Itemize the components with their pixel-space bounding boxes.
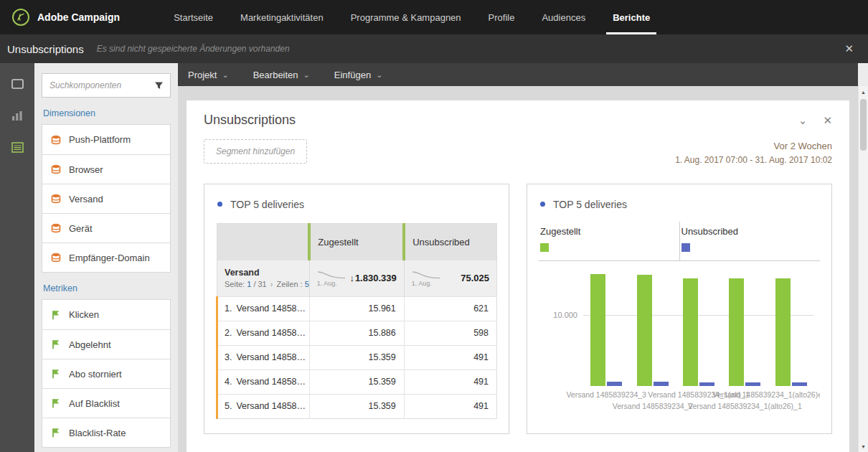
bar-zugestellt[interactable]	[775, 278, 791, 386]
dimension-icon	[51, 194, 61, 204]
nav-item-marketingaktivitäten[interactable]: Marketingaktivitäten	[227, 0, 337, 34]
panel-header: Unsubscriptions ⌄ ✕	[187, 100, 849, 133]
delivery-label: Versand 14858…	[236, 401, 306, 411]
sidebar-item-versand[interactable]: Versand	[42, 184, 170, 213]
bar-unsubscribed[interactable]	[607, 382, 622, 386]
card-title-row: TOP 5 deliveries	[216, 196, 497, 213]
vertical-scrollbar[interactable]: ▲ ▼	[858, 86, 868, 452]
workspace: DimensionenPush-PlattformBrowserVersandG…	[0, 63, 868, 452]
adobe-campaign-logo-icon	[11, 8, 30, 27]
pages-icon[interactable]	[10, 77, 24, 90]
card-title: TOP 5 deliveries	[553, 199, 627, 210]
delivery-name-cell[interactable]: 1.Versand 14858…	[217, 296, 310, 321]
sidebar-item-abo-storniert[interactable]: Abo storniert	[42, 359, 170, 388]
unsubscribed-summary-cell: 1. Aug. 75.025	[404, 260, 496, 296]
menu-label: Projekt	[188, 70, 217, 80]
report-main-area: Projekt⌄Bearbeiten⌄Einfügen⌄ Unsubscript…	[178, 63, 868, 452]
sidebar-item-browser[interactable]: Browser	[42, 154, 170, 184]
unsaved-changes-notice: Es sind nicht gespeicherte Änderungen vo…	[97, 44, 845, 54]
bar-unsubscribed[interactable]	[745, 382, 760, 386]
table-row: 5.Versand 14858…15.359491	[217, 394, 497, 418]
metric-icon	[51, 339, 61, 349]
menu-projekt[interactable]: Projekt⌄	[188, 70, 229, 80]
top5-table-card: TOP 5 deliveries Zugestellt Unsubscribed	[204, 184, 509, 434]
close-panel-icon[interactable]: ✕	[823, 114, 832, 127]
bar-group	[729, 278, 760, 386]
filter-funnel-icon[interactable]	[154, 81, 170, 90]
dimension-summary-cell: Versand Seite: 1 / 31 › Zeilen :	[217, 260, 310, 296]
sparkline-icon: 1. Aug.	[317, 270, 346, 287]
pager-total: / 31	[253, 280, 266, 288]
bar-group	[775, 278, 807, 386]
report-components-icon[interactable]	[10, 141, 24, 154]
add-segment-button[interactable]: Segment hinzufügen	[204, 139, 307, 164]
scrollbar-thumb[interactable]	[860, 99, 867, 151]
empty-header-cell	[217, 223, 310, 260]
delivered-column-header[interactable]: Zugestellt	[309, 223, 404, 260]
collapse-panel-icon[interactable]: ⌄	[798, 114, 808, 127]
sidebar-item-gerät[interactable]: Gerät	[42, 213, 170, 243]
bar-unsubscribed[interactable]	[792, 382, 807, 386]
search-input[interactable]	[42, 80, 154, 90]
unsubscribed-value-cell: 491	[404, 394, 496, 418]
bar-zugestellt[interactable]	[729, 278, 744, 386]
report-header-bar: Unsubscriptions Es sind nicht gespeicher…	[0, 34, 868, 63]
nav-item-berichte[interactable]: Berichte	[599, 0, 664, 34]
sidebar-item-klicken[interactable]: Klicken	[42, 300, 170, 329]
delivery-name-cell[interactable]: 3.Versand 14858…	[217, 345, 310, 369]
bar-zugestellt[interactable]	[637, 275, 652, 386]
x-axis-label: Versand 1485839234_1(alto26)el_148583923…	[712, 390, 820, 399]
x-axis-label: Versand 1485839234_2	[613, 402, 693, 410]
delivery-label: Versand 14858…	[236, 328, 306, 338]
menu-bearbeiten[interactable]: Bearbeiten⌄	[253, 70, 310, 80]
nav-item-programme-kampagnen[interactable]: Programme & Kampagnen	[337, 0, 475, 34]
chevron-down-icon: ⌄	[303, 70, 310, 80]
sidebar-item-empfänger-domain[interactable]: Empfänger-Domain	[42, 243, 170, 272]
close-report-icon[interactable]: ✕	[844, 42, 854, 55]
sidebar-item-label: Auf Blacklist	[69, 398, 120, 409]
sidebar-item-push-plattform[interactable]: Push-Plattform	[42, 125, 170, 154]
bar-unsubscribed[interactable]	[654, 382, 669, 386]
scroll-down-icon[interactable]: ▼	[861, 442, 866, 451]
bar-group	[590, 274, 622, 386]
sidebar-item-abgelehnt[interactable]: Abgelehnt	[42, 329, 170, 359]
brand[interactable]: Adobe Campaign	[11, 8, 120, 27]
tool-rail	[0, 63, 34, 452]
scroll-up-icon[interactable]: ▲	[861, 88, 866, 96]
legend-item-unsubscribed[interactable]: Unsubscribed	[680, 222, 821, 260]
table-pager: Seite: 1 / 31 › Zeilen : 5	[225, 280, 309, 288]
delivery-name-cell[interactable]: 5.Versand 14858…	[217, 394, 310, 418]
bullet-icon	[540, 202, 545, 207]
brand-name: Adobe Campaign	[37, 11, 120, 23]
deliveries-table: Zugestellt Unsubscribed Versand	[216, 223, 497, 419]
sidebar-item-blacklist-rate[interactable]: Blacklist-Rate	[42, 418, 170, 447]
sidebar-item-auf-blacklist[interactable]: Auf Blacklist	[42, 388, 170, 418]
unsubscribed-value-cell: 598	[404, 321, 496, 345]
bar-zugestellt[interactable]	[590, 274, 605, 386]
pager-page-link[interactable]: 1	[247, 280, 251, 288]
dimension-icon	[51, 135, 61, 145]
rows-count-link[interactable]: 5	[305, 280, 309, 288]
spark-date-label: 1. Aug.	[317, 281, 337, 287]
bar-zugestellt[interactable]	[683, 278, 698, 386]
delivery-name-cell[interactable]: 4.Versand 14858…	[217, 369, 310, 394]
row-index: 1.	[225, 303, 232, 314]
row-index: 4.	[225, 377, 232, 387]
table-row: 1.Versand 14858…15.961621	[217, 296, 497, 321]
unsubscribed-column-header[interactable]: Unsubscribed	[404, 223, 496, 260]
delivery-name-cell[interactable]: 2.Versand 14858…	[217, 321, 310, 345]
date-block: Vor 2 Wochen 1. Aug. 2017 07:00 - 31. Au…	[675, 139, 832, 166]
y-axis-tick: 10.000	[539, 311, 577, 319]
chart-tool-icon[interactable]	[10, 109, 24, 122]
bar-unsubscribed[interactable]	[699, 382, 714, 386]
nav-item-profile[interactable]: Profile	[475, 0, 529, 34]
legend-item-zugestellt[interactable]: Zugestellt	[539, 222, 680, 260]
sidebar-item-label: Gerät	[69, 223, 93, 234]
menu-einfügen[interactable]: Einfügen⌄	[334, 70, 383, 80]
nav-item-startseite[interactable]: Startseite	[160, 0, 227, 34]
nav-item-audiences[interactable]: Audiences	[528, 0, 599, 34]
chart-plot-area	[583, 267, 814, 386]
period-selector[interactable]: Vor 2 Wochen	[675, 139, 832, 154]
row-index: 3.	[225, 352, 232, 362]
dimension-icon	[51, 164, 61, 174]
